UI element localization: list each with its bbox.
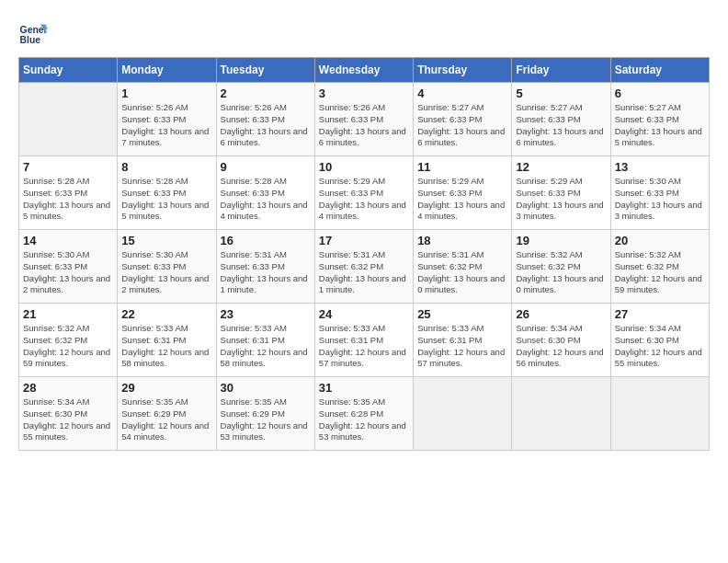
header-monday: Monday	[118, 58, 216, 83]
cell-info: Sunrise: 5:26 AMSunset: 6:33 PMDaylight:…	[221, 102, 311, 149]
cell-info: Sunrise: 5:28 AMSunset: 6:33 PMDaylight:…	[221, 176, 311, 223]
day-number: 24	[319, 307, 409, 321]
cell-info: Sunrise: 5:31 AMSunset: 6:32 PMDaylight:…	[417, 249, 507, 296]
calendar-cell: 25Sunrise: 5:33 AMSunset: 6:31 PMDayligh…	[414, 304, 512, 377]
header-saturday: Saturday	[610, 58, 709, 83]
calendar-cell	[610, 377, 709, 451]
calendar-cell: 10Sunrise: 5:29 AMSunset: 6:33 PMDayligh…	[314, 156, 413, 230]
calendar-cell	[19, 83, 118, 156]
day-number: 30	[221, 381, 311, 395]
calendar-cell: 27Sunrise: 5:34 AMSunset: 6:30 PMDayligh…	[610, 304, 709, 377]
day-number: 13	[615, 160, 705, 174]
calendar-cell: 30Sunrise: 5:35 AMSunset: 6:29 PMDayligh…	[216, 377, 314, 451]
day-number: 8	[121, 160, 211, 174]
day-number: 17	[319, 234, 409, 247]
calendar-cell	[414, 377, 512, 451]
calendar-cell: 7Sunrise: 5:28 AMSunset: 6:33 PMDaylight…	[19, 156, 118, 230]
calendar-cell: 5Sunrise: 5:27 AMSunset: 6:33 PMDaylight…	[512, 83, 610, 156]
calendar-table: SundayMondayTuesdayWednesdayThursdayFrid…	[18, 57, 710, 451]
cell-info: Sunrise: 5:28 AMSunset: 6:33 PMDaylight:…	[121, 176, 211, 223]
calendar-week-row: 21Sunrise: 5:32 AMSunset: 6:32 PMDayligh…	[19, 304, 710, 377]
cell-info: Sunrise: 5:33 AMSunset: 6:31 PMDaylight:…	[417, 323, 507, 370]
calendar-cell: 31Sunrise: 5:35 AMSunset: 6:28 PMDayligh…	[314, 377, 413, 451]
calendar-cell: 13Sunrise: 5:30 AMSunset: 6:33 PMDayligh…	[610, 156, 709, 230]
cell-info: Sunrise: 5:28 AMSunset: 6:33 PMDaylight:…	[23, 176, 113, 223]
day-number: 25	[417, 307, 507, 321]
day-number: 28	[23, 381, 113, 395]
day-number: 31	[319, 381, 409, 395]
calendar-cell: 6Sunrise: 5:27 AMSunset: 6:33 PMDaylight…	[610, 83, 709, 156]
day-number: 14	[23, 234, 113, 247]
calendar-cell: 29Sunrise: 5:35 AMSunset: 6:29 PMDayligh…	[118, 377, 216, 451]
calendar-cell: 19Sunrise: 5:32 AMSunset: 6:32 PMDayligh…	[512, 230, 610, 304]
day-number: 7	[23, 160, 113, 174]
day-number: 6	[615, 86, 705, 100]
cell-info: Sunrise: 5:26 AMSunset: 6:33 PMDaylight:…	[319, 102, 409, 149]
cell-info: Sunrise: 5:31 AMSunset: 6:32 PMDaylight:…	[319, 249, 409, 296]
day-number: 29	[121, 381, 211, 395]
day-number: 5	[516, 86, 606, 100]
calendar-cell: 26Sunrise: 5:34 AMSunset: 6:30 PMDayligh…	[512, 304, 610, 377]
day-number: 11	[417, 160, 507, 174]
calendar-cell: 14Sunrise: 5:30 AMSunset: 6:33 PMDayligh…	[19, 230, 118, 304]
day-number: 21	[23, 307, 113, 321]
day-number: 15	[121, 234, 211, 247]
calendar-cell: 8Sunrise: 5:28 AMSunset: 6:33 PMDaylight…	[118, 156, 216, 230]
cell-info: Sunrise: 5:30 AMSunset: 6:33 PMDaylight:…	[23, 249, 113, 296]
cell-info: Sunrise: 5:32 AMSunset: 6:32 PMDaylight:…	[516, 249, 606, 296]
cell-info: Sunrise: 5:32 AMSunset: 6:32 PMDaylight:…	[23, 323, 113, 370]
calendar-cell: 2Sunrise: 5:26 AMSunset: 6:33 PMDaylight…	[216, 83, 314, 156]
cell-info: Sunrise: 5:27 AMSunset: 6:33 PMDaylight:…	[615, 102, 705, 149]
calendar-cell: 11Sunrise: 5:29 AMSunset: 6:33 PMDayligh…	[414, 156, 512, 230]
svg-text:Blue: Blue	[20, 35, 41, 45]
cell-info: Sunrise: 5:26 AMSunset: 6:33 PMDaylight:…	[121, 102, 211, 149]
cell-info: Sunrise: 5:33 AMSunset: 6:31 PMDaylight:…	[221, 323, 311, 370]
header-thursday: Thursday	[414, 58, 512, 83]
page-header: General Blue	[18, 18, 710, 48]
calendar-cell: 21Sunrise: 5:32 AMSunset: 6:32 PMDayligh…	[19, 304, 118, 377]
cell-info: Sunrise: 5:32 AMSunset: 6:32 PMDaylight:…	[615, 249, 705, 296]
calendar-cell: 9Sunrise: 5:28 AMSunset: 6:33 PMDaylight…	[216, 156, 314, 230]
calendar-cell: 12Sunrise: 5:29 AMSunset: 6:33 PMDayligh…	[512, 156, 610, 230]
cell-info: Sunrise: 5:30 AMSunset: 6:33 PMDaylight:…	[615, 176, 705, 223]
calendar-week-row: 7Sunrise: 5:28 AMSunset: 6:33 PMDaylight…	[19, 156, 710, 230]
cell-info: Sunrise: 5:33 AMSunset: 6:31 PMDaylight:…	[121, 323, 211, 370]
day-number: 4	[417, 86, 507, 100]
day-number: 20	[615, 234, 705, 247]
day-number: 12	[516, 160, 606, 174]
header-tuesday: Tuesday	[216, 58, 314, 83]
header-wednesday: Wednesday	[314, 58, 413, 83]
calendar-cell: 22Sunrise: 5:33 AMSunset: 6:31 PMDayligh…	[118, 304, 216, 377]
calendar-cell: 4Sunrise: 5:27 AMSunset: 6:33 PMDaylight…	[414, 83, 512, 156]
day-number: 2	[221, 86, 311, 100]
cell-info: Sunrise: 5:34 AMSunset: 6:30 PMDaylight:…	[516, 323, 606, 370]
day-number: 26	[516, 307, 606, 321]
calendar-cell: 15Sunrise: 5:30 AMSunset: 6:33 PMDayligh…	[118, 230, 216, 304]
calendar-cell	[512, 377, 610, 451]
calendar-header-row: SundayMondayTuesdayWednesdayThursdayFrid…	[19, 58, 710, 83]
calendar-cell: 28Sunrise: 5:34 AMSunset: 6:30 PMDayligh…	[19, 377, 118, 451]
calendar-cell: 18Sunrise: 5:31 AMSunset: 6:32 PMDayligh…	[414, 230, 512, 304]
cell-info: Sunrise: 5:30 AMSunset: 6:33 PMDaylight:…	[121, 249, 211, 296]
cell-info: Sunrise: 5:33 AMSunset: 6:31 PMDaylight:…	[319, 323, 409, 370]
header-friday: Friday	[512, 58, 610, 83]
day-number: 16	[221, 234, 311, 247]
day-number: 23	[221, 307, 311, 321]
cell-info: Sunrise: 5:35 AMSunset: 6:29 PMDaylight:…	[221, 396, 311, 443]
calendar-week-row: 14Sunrise: 5:30 AMSunset: 6:33 PMDayligh…	[19, 230, 710, 304]
cell-info: Sunrise: 5:29 AMSunset: 6:33 PMDaylight:…	[516, 176, 606, 223]
cell-info: Sunrise: 5:29 AMSunset: 6:33 PMDaylight:…	[319, 176, 409, 223]
cell-info: Sunrise: 5:35 AMSunset: 6:28 PMDaylight:…	[319, 396, 409, 443]
calendar-week-row: 1Sunrise: 5:26 AMSunset: 6:33 PMDaylight…	[19, 83, 710, 156]
cell-info: Sunrise: 5:34 AMSunset: 6:30 PMDaylight:…	[23, 396, 113, 443]
calendar-cell: 17Sunrise: 5:31 AMSunset: 6:32 PMDayligh…	[314, 230, 413, 304]
calendar-cell: 23Sunrise: 5:33 AMSunset: 6:31 PMDayligh…	[216, 304, 314, 377]
cell-info: Sunrise: 5:34 AMSunset: 6:30 PMDaylight:…	[615, 323, 705, 370]
day-number: 10	[319, 160, 409, 174]
calendar-cell: 16Sunrise: 5:31 AMSunset: 6:33 PMDayligh…	[216, 230, 314, 304]
calendar-cell: 20Sunrise: 5:32 AMSunset: 6:32 PMDayligh…	[610, 230, 709, 304]
cell-info: Sunrise: 5:31 AMSunset: 6:33 PMDaylight:…	[221, 249, 311, 296]
calendar-cell: 1Sunrise: 5:26 AMSunset: 6:33 PMDaylight…	[118, 83, 216, 156]
cell-info: Sunrise: 5:27 AMSunset: 6:33 PMDaylight:…	[516, 102, 606, 149]
day-number: 1	[121, 86, 211, 100]
